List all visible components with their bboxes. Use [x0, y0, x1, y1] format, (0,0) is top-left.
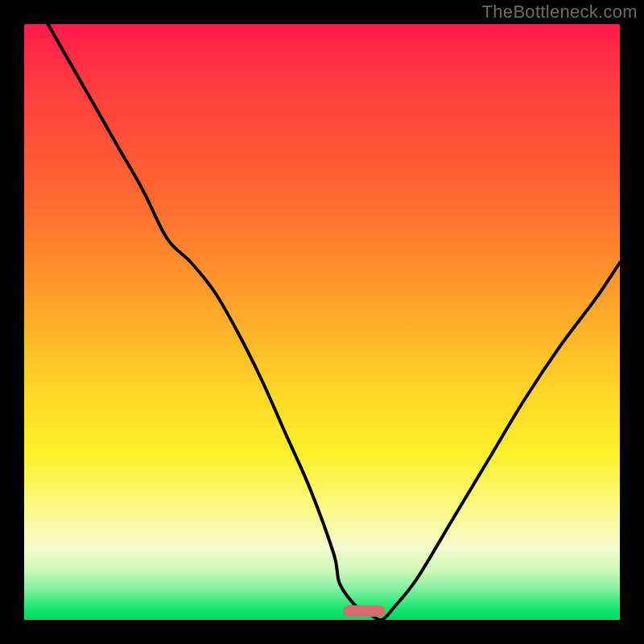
bottleneck-curve [24, 24, 620, 620]
watermark-text: TheBottleneck.com [482, 2, 638, 23]
minimum-marker [343, 605, 385, 617]
chart-frame: TheBottleneck.com [0, 0, 644, 644]
plot-area [24, 24, 620, 620]
